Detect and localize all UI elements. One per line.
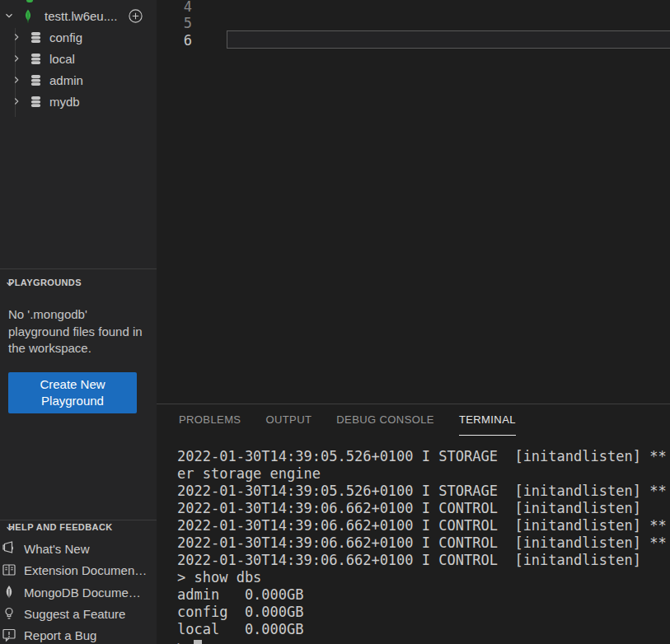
chevron-right-icon[interactable] bbox=[10, 30, 23, 44]
line-number: 4 bbox=[157, 0, 200, 15]
mongodb-leaf-icon-partial bbox=[26, 0, 33, 2]
tree-item-connection[interactable]: testt.lw6eu.... bbox=[0, 5, 157, 26]
tab-terminal[interactable]: TERMINAL bbox=[459, 404, 516, 436]
database-label: mydb bbox=[49, 95, 80, 109]
megaphone-icon bbox=[2, 541, 16, 556]
section-divider bbox=[0, 520, 157, 520]
panel-tab-bar: PROBLEMS OUTPUT DEBUG CONSOLE TERMINAL bbox=[179, 404, 516, 436]
terminal-output[interactable]: 2022-01-30T14:39:05.526+0100 I STORAGE [… bbox=[177, 448, 670, 644]
terminal-line: 2022-01-30T14:39:05.526+0100 I STORAGE [… bbox=[177, 483, 670, 500]
help-item-label: MongoDB Docume… bbox=[24, 586, 141, 600]
terminal-line: admin 0.000GB bbox=[177, 586, 670, 604]
terminal-line: 2022-01-30T14:39:06.662+0100 I CONTROL [… bbox=[177, 517, 670, 534]
chevron-down-icon bbox=[4, 523, 16, 534]
database-icon bbox=[30, 74, 42, 86]
terminal-line: 2022-01-30T14:39:05.526+0100 I STORAGE [… bbox=[177, 448, 670, 465]
tab-problems[interactable]: PROBLEMS bbox=[179, 404, 241, 436]
help-item-label: What's New bbox=[24, 542, 90, 556]
database-icon bbox=[30, 96, 42, 108]
database-icon bbox=[30, 31, 42, 44]
terminal-line: config 0.000GB bbox=[177, 604, 670, 621]
tree-item-database-local[interactable]: local bbox=[0, 48, 157, 69]
database-icon bbox=[30, 53, 42, 65]
terminal-line: er storage engine bbox=[177, 465, 670, 483]
terminal-line: 2022-01-30T14:39:06.662+0100 I CONTROL [… bbox=[177, 500, 670, 517]
tree-item-database-admin[interactable]: admin bbox=[0, 69, 157, 91]
editor-inline-input-box[interactable] bbox=[227, 30, 670, 49]
help-item-report-bug[interactable]: Report a Bug bbox=[0, 624, 157, 644]
terminal-prompt-line: > bbox=[177, 638, 670, 644]
help-section-header[interactable]: HELP AND FEEDBACK bbox=[8, 522, 113, 532]
add-connection-icon[interactable] bbox=[129, 9, 143, 23]
terminal-line: 2022-01-30T14:39:06.662+0100 I CONTROL [… bbox=[177, 552, 670, 569]
editor-area[interactable]: 4 5 6 bbox=[157, 0, 670, 404]
tab-output[interactable]: OUTPUT bbox=[265, 404, 312, 436]
book-icon bbox=[2, 562, 16, 577]
terminal-line: local 0.000GB bbox=[177, 621, 670, 638]
chevron-right-icon[interactable] bbox=[10, 95, 23, 108]
bug-report-icon bbox=[2, 628, 16, 642]
mongodb-leaf-icon bbox=[23, 9, 33, 23]
lightbulb-icon bbox=[2, 606, 16, 621]
chevron-right-icon[interactable] bbox=[10, 52, 23, 65]
help-item-mongodb-docs[interactable]: MongoDB Docume… bbox=[0, 581, 157, 603]
terminal-cursor bbox=[194, 640, 202, 644]
mongodb-sidebar: testt.lw6eu.... config bbox=[0, 0, 157, 644]
help-item-label: Extension Documen… bbox=[24, 563, 147, 577]
line-number-active: 6 bbox=[157, 32, 200, 49]
help-header-label: HELP AND FEEDBACK bbox=[8, 522, 113, 532]
line-number: 5 bbox=[157, 15, 200, 31]
playgrounds-empty-message: No '.mongodb' playground files found in … bbox=[8, 306, 150, 357]
playgrounds-section-header[interactable]: PLAYGROUNDS bbox=[8, 278, 82, 287]
database-label: admin bbox=[49, 73, 83, 87]
connection-label: testt.lw6eu.... bbox=[45, 9, 117, 23]
terminal-prompt: > bbox=[177, 638, 194, 644]
chevron-down-icon[interactable] bbox=[2, 9, 16, 22]
section-divider bbox=[0, 268, 157, 269]
terminal-line: 2022-01-30T14:39:06.662+0100 I CONTROL [… bbox=[177, 534, 670, 552]
help-item-whats-new[interactable]: What's New bbox=[0, 538, 157, 559]
playgrounds-header-label: PLAYGROUNDS bbox=[8, 278, 82, 287]
tree-item-database-config[interactable]: config bbox=[0, 26, 157, 48]
help-item-extension-docs[interactable]: Extension Documen… bbox=[0, 559, 157, 581]
help-item-label: Report a Bug bbox=[24, 628, 96, 642]
create-playground-button[interactable]: Create New Playground bbox=[8, 372, 137, 413]
help-item-label: Suggest a Feature bbox=[24, 607, 125, 621]
help-item-suggest-feature[interactable]: Suggest a Feature bbox=[0, 603, 157, 624]
database-label: config bbox=[49, 30, 82, 44]
chevron-down-icon bbox=[4, 278, 16, 290]
tab-debug-console[interactable]: DEBUG CONSOLE bbox=[336, 404, 434, 436]
mongodb-leaf-icon bbox=[2, 585, 16, 600]
tree-item-database-mydb[interactable]: mydb bbox=[0, 91, 157, 112]
terminal-line-command: > show dbs bbox=[177, 569, 670, 586]
database-label: local bbox=[49, 52, 75, 66]
bottom-panel: PROBLEMS OUTPUT DEBUG CONSOLE TERMINAL 2… bbox=[157, 404, 670, 644]
vscode-window: testt.lw6eu.... config bbox=[0, 0, 670, 644]
chevron-right-icon[interactable] bbox=[10, 73, 23, 86]
